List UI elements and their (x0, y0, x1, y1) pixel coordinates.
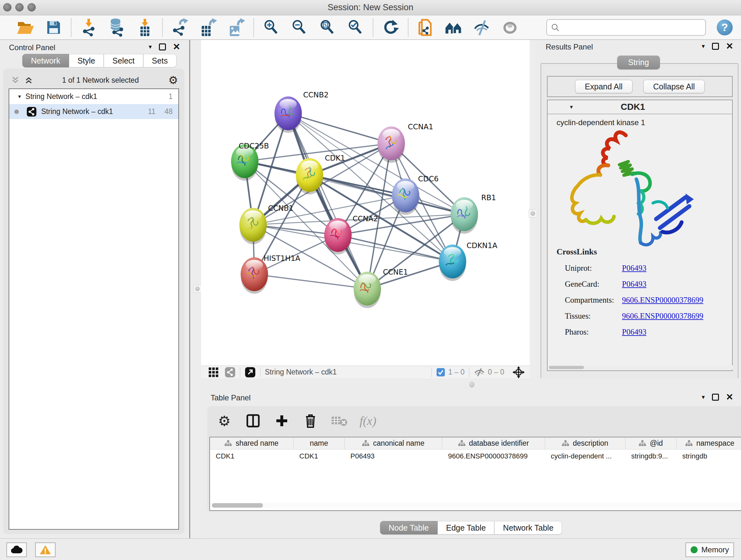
crosslink-link-0[interactable]: P06493 (622, 264, 646, 273)
tab-edge-table[interactable]: Edge Table (437, 521, 495, 535)
table-panel-menu-arrow[interactable]: ▾ (702, 393, 705, 401)
table-panel-close-button[interactable]: ✕ (726, 394, 733, 401)
right-splitter-handle[interactable] (529, 209, 537, 217)
results-panel-menu-arrow[interactable]: ▾ (702, 43, 705, 50)
network-node-CCNE1[interactable] (354, 272, 381, 308)
collection-expand-arrow[interactable]: ▾ (18, 93, 21, 100)
annotation-mode-button[interactable] (412, 16, 440, 39)
results-panel-close-button[interactable]: ✕ (726, 43, 733, 50)
table-row[interactable]: CDK1CDK1P064939606.ENSP00000378699cyclin… (210, 449, 741, 463)
results-panel-float-button[interactable] (712, 43, 719, 50)
import-network-from-database-button[interactable] (103, 16, 131, 39)
network-collection-row[interactable]: ▾ String Network – cdk1 1 (9, 89, 179, 104)
column-header-name[interactable]: name (293, 437, 345, 449)
network-node-CCNB2[interactable] (274, 97, 302, 133)
network-row-string-network-cdk1[interactable]: String Network – cdk1 11 48 (9, 104, 179, 119)
expand-all-networks-icon[interactable] (25, 77, 32, 84)
entry-hscrollbar[interactable] (548, 365, 733, 370)
tab-string-results[interactable]: String (617, 56, 660, 69)
network-graph[interactable]: CCNB2CCNA1CDC25BCDK1CDC6RB1CCNB1CCNA2CDK… (201, 40, 530, 366)
cell-name[interactable]: CDK1 (293, 449, 345, 463)
network-node-CCNB1[interactable] (239, 208, 267, 244)
zoom-fit-button[interactable] (313, 16, 341, 39)
birdseye-navigator-icon[interactable] (513, 366, 525, 378)
open-session-button[interactable] (11, 16, 40, 39)
help-button[interactable]: ? (717, 19, 733, 36)
network-edge-CCNB2-CCNA1[interactable] (288, 113, 391, 143)
detach-view-icon[interactable] (245, 367, 256, 378)
tab-network-table[interactable]: Network Table (494, 521, 562, 535)
export-table-button[interactable] (194, 16, 222, 39)
import-network-button[interactable] (75, 16, 103, 39)
crosslink-link-2[interactable]: 9606.ENSP00000378699 (622, 296, 703, 305)
horizontal-splitter-handle[interactable] (469, 381, 475, 388)
column-header-@id[interactable]: @id (625, 437, 677, 449)
cloud-status-button[interactable] (6, 543, 27, 557)
tab-sets[interactable]: Sets (143, 54, 177, 67)
crosslink-link-4[interactable]: P06493 (622, 327, 646, 336)
control-panel-close-button[interactable]: ✕ (173, 44, 180, 51)
left-splitter-handle[interactable] (193, 285, 201, 293)
network-options-gear-icon[interactable]: ⚙ (169, 74, 178, 86)
birdseye-homes-button[interactable] (440, 16, 468, 39)
cdk1-entry-header[interactable]: ▾ CDK1 (548, 100, 732, 114)
network-canvas[interactable]: CCNB2CCNA1CDC25BCDK1CDC6RB1CCNB1CCNA2CDK… (201, 40, 530, 366)
export-image-button[interactable] (222, 16, 250, 39)
crosslink-link-1[interactable]: P06493 (622, 280, 646, 289)
cell-@id[interactable]: stringdb:9... (625, 449, 677, 463)
create-column-plus-icon[interactable] (273, 412, 291, 430)
cell-shared-name[interactable]: CDK1 (210, 449, 293, 463)
search-input[interactable] (560, 23, 697, 32)
network-edge-CCNA2-CDKN1A[interactable] (338, 235, 453, 261)
tab-node-table[interactable]: Node Table (380, 521, 437, 535)
column-header-canonical-name[interactable]: canonical name (345, 437, 442, 449)
left-splitter[interactable] (189, 40, 201, 538)
save-session-button[interactable] (40, 16, 68, 39)
zoom-in-button[interactable] (257, 16, 285, 39)
tab-network[interactable]: Network (22, 54, 69, 67)
expand-all-button[interactable]: Expand All (575, 80, 632, 93)
export-network-button[interactable] (166, 16, 194, 39)
apply-style-refresh-button[interactable] (377, 16, 405, 39)
column-header-namespace[interactable]: namespace (677, 437, 741, 449)
cell-namespace[interactable]: stringdb (677, 449, 741, 463)
table-panel-float-button[interactable] (712, 394, 719, 401)
network-edge-CDK1-RB1[interactable] (310, 175, 464, 214)
table-options-gear-icon[interactable]: ⚙ (215, 412, 233, 430)
network-node-CDC6[interactable] (392, 179, 419, 215)
collapse-all-button[interactable]: Collapse All (643, 80, 705, 93)
show-all-button[interactable] (496, 16, 524, 39)
column-header-shared-name[interactable]: shared name (210, 437, 293, 449)
table-hscrollbar[interactable] (210, 503, 740, 508)
network-view-icon[interactable] (225, 367, 235, 378)
right-splitter[interactable] (530, 40, 536, 378)
column-header-database-identifier[interactable]: database identifier (442, 437, 545, 449)
column-header-description[interactable]: description (545, 437, 625, 449)
hidden-eye-slash-icon[interactable] (474, 368, 485, 376)
function-builder-icon[interactable]: f(x) (359, 412, 377, 430)
tab-select[interactable]: Select (104, 54, 143, 67)
zoom-selected-button[interactable] (341, 16, 369, 39)
toolbar-search[interactable] (546, 19, 706, 36)
warnings-button[interactable] (35, 543, 56, 557)
network-node-HIST1H1A[interactable] (241, 257, 268, 294)
network-edge-HIST1H1A-CCNE1[interactable] (254, 274, 367, 289)
control-panel-float-button[interactable] (159, 44, 166, 51)
network-node-RB1[interactable] (451, 197, 478, 234)
import-table-button[interactable] (131, 16, 159, 39)
delete-column-trash-icon[interactable] (301, 412, 320, 430)
selected-checkbox-icon[interactable] (436, 368, 445, 377)
cell-canonical-name[interactable]: P06493 (345, 449, 442, 463)
hide-selected-button[interactable] (468, 16, 496, 39)
delete-table-icon[interactable] (330, 412, 348, 430)
network-node-CCNA2[interactable] (324, 218, 352, 254)
tab-style[interactable]: Style (69, 54, 104, 67)
zoom-out-button[interactable] (285, 16, 313, 39)
network-node-CDK1[interactable] (296, 158, 323, 194)
cell-description[interactable]: cyclin-dependent ... (545, 449, 625, 463)
network-node-CCNA1[interactable] (378, 126, 405, 163)
entry-collapse-arrow[interactable]: ▾ (570, 104, 573, 111)
cell-database-identifier[interactable]: 9606.ENSP00000378699 (442, 449, 545, 463)
collapse-all-networks-icon[interactable] (11, 77, 19, 84)
crosslink-link-3[interactable]: 9606.ENSP00000378699 (622, 312, 703, 320)
